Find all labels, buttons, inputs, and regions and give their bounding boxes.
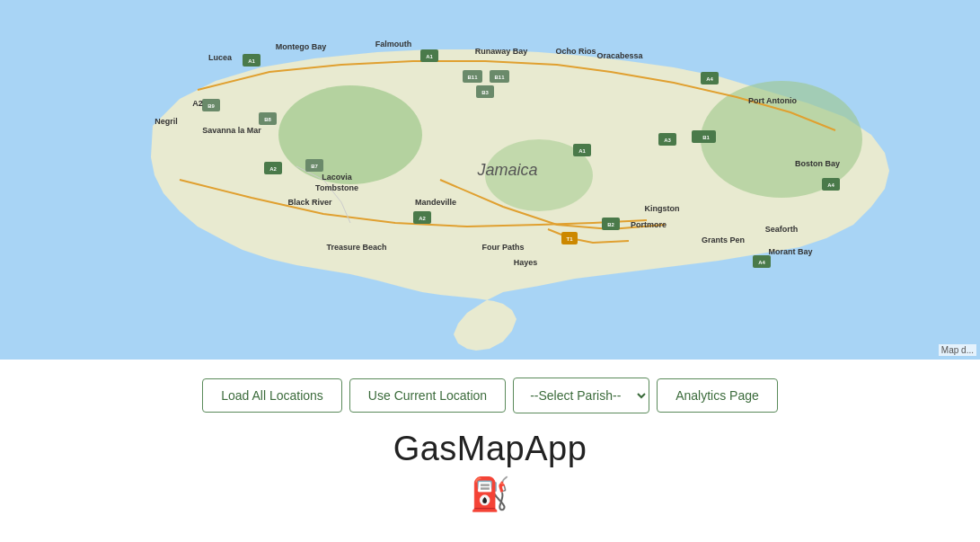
svg-text:A4: A4 xyxy=(706,76,713,82)
svg-text:Lacovia: Lacovia xyxy=(322,173,353,182)
svg-text:Lucea: Lucea xyxy=(208,53,233,62)
svg-text:Grants Pen: Grants Pen xyxy=(702,235,745,244)
svg-text:B7: B7 xyxy=(311,164,318,169)
button-row: Load All Locations Use Current Location … xyxy=(202,378,778,413)
svg-text:A3: A3 xyxy=(664,138,671,143)
svg-text:A4: A4 xyxy=(827,182,834,188)
svg-text:A1: A1 xyxy=(578,148,586,154)
svg-text:B2: B2 xyxy=(607,222,614,227)
svg-text:B3: B3 xyxy=(481,90,489,95)
svg-text:A2: A2 xyxy=(419,216,426,221)
map-container: A1 A1 A1 B9 B8 B11 B11 B3 A2 A2 B7 B1 B1 xyxy=(0,0,980,360)
svg-text:A1: A1 xyxy=(248,58,255,64)
load-all-locations-button[interactable]: Load All Locations xyxy=(202,378,342,413)
app-title: GasMapApp xyxy=(393,430,587,468)
svg-point-1 xyxy=(278,85,422,184)
svg-text:Boston Bay: Boston Bay xyxy=(795,159,840,168)
svg-text:Falmouth: Falmouth xyxy=(375,40,412,49)
svg-text:B11: B11 xyxy=(494,75,505,80)
svg-text:Negril: Negril xyxy=(155,117,178,126)
svg-text:Seaforth: Seaforth xyxy=(765,225,799,234)
svg-text:Runaway Bay: Runaway Bay xyxy=(475,47,528,56)
svg-text:Jamaica: Jamaica xyxy=(476,161,537,179)
analytics-page-button[interactable]: Analytics Page xyxy=(657,378,778,413)
svg-text:T1: T1 xyxy=(566,236,573,242)
svg-text:B9: B9 xyxy=(207,103,215,109)
svg-text:Montego Bay: Montego Bay xyxy=(276,42,327,51)
svg-text:Savanna la Mar: Savanna la Mar xyxy=(202,126,261,135)
svg-text:Ocho Rios: Ocho Rios xyxy=(555,47,596,56)
svg-text:Kingston: Kingston xyxy=(645,204,680,213)
svg-text:B11: B11 xyxy=(467,75,478,80)
svg-text:A2: A2 xyxy=(192,99,203,108)
svg-text:Hayes: Hayes xyxy=(514,258,538,267)
parish-select[interactable]: --Select Parish--KingstonSt. AndrewSt. T… xyxy=(513,378,649,413)
svg-text:Oracabessa: Oracabessa xyxy=(596,51,643,60)
svg-text:Four Paths: Four Paths xyxy=(481,243,524,252)
svg-text:A1: A1 xyxy=(426,54,433,59)
svg-text:A2: A2 xyxy=(269,166,277,172)
svg-text:A4: A4 xyxy=(758,260,765,265)
map-credit: Map d... xyxy=(939,344,976,356)
svg-text:Tombstone: Tombstone xyxy=(315,183,358,192)
fuel-icon: ⛽ xyxy=(470,475,510,513)
controls-area: Load All Locations Use Current Location … xyxy=(0,360,980,522)
svg-text:Portmore: Portmore xyxy=(631,220,667,229)
svg-text:B8: B8 xyxy=(264,117,271,122)
svg-text:Port Antonio: Port Antonio xyxy=(748,96,798,105)
use-current-location-button[interactable]: Use Current Location xyxy=(349,378,506,413)
svg-text:Morant Bay: Morant Bay xyxy=(768,247,812,256)
svg-text:Black River: Black River xyxy=(287,198,332,207)
svg-text:Treasure Beach: Treasure Beach xyxy=(326,243,386,252)
svg-text:Mandeville: Mandeville xyxy=(415,198,456,207)
svg-text:B1: B1 xyxy=(702,135,710,140)
